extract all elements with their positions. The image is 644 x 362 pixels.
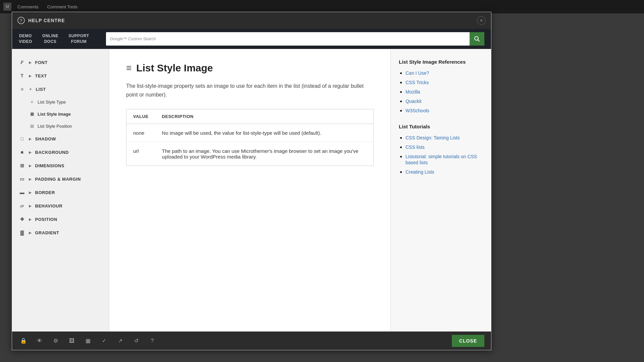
tutorials-list: CSS Design: Taming Lists CSS lists Listu… [399, 135, 483, 175]
list-position-icon: ▤ [29, 123, 35, 129]
bottom-tools-group: 🔒 👁 ⚙ 🖼 ▦ ✓ ↗ ↺ ? [19, 336, 157, 346]
references-panel: List Style Image References Can I Use? C… [390, 49, 491, 331]
tool-grid[interactable]: ▦ [83, 336, 93, 346]
modal-title: HELP CENTRE [28, 18, 65, 23]
tool-lock[interactable]: 🔒 [19, 336, 28, 346]
sidebar-item-position[interactable]: ✥ ▶ POSITION [12, 213, 109, 226]
list-type-icon: ≡ [29, 99, 35, 105]
sidebar-gradient-label: GRADIENT [35, 230, 59, 235]
sidebar-item-list[interactable]: ≡ ▼ LIST [12, 82, 109, 96]
tutorial-link-css-lists[interactable]: CSS lists [406, 144, 425, 150]
search-bar: Google™ Custom Search [106, 32, 484, 46]
ref-link-mozilla[interactable]: Mozilla [406, 89, 420, 95]
list-item: Creating Lists [406, 169, 483, 175]
main-content: ≡ List Style Image The list-style-image … [109, 49, 390, 331]
table-cell-value-0: none [126, 124, 155, 142]
sidebar-item-dimensions[interactable]: ⊞ ▶ DIMENSIONS [12, 159, 109, 172]
sidebar-dimensions-label: DIMENSIONS [35, 163, 64, 168]
search-icon [474, 36, 480, 42]
app-logo: M [3, 3, 11, 11]
gradient-icon: ▓ [19, 229, 25, 236]
table-row: url The path to an image. You can use Mi… [126, 142, 374, 166]
tool-history[interactable]: ↺ [131, 336, 141, 346]
border-arrow: ▶ [29, 191, 32, 194]
sidebar-list-style-position[interactable]: ▤ List Style Position [29, 120, 109, 132]
modal-header: ? HELP CENTRE × [12, 12, 491, 29]
sidebar-padding-label: PADDING & MARGIN [35, 177, 81, 182]
gradient-arrow: ▶ [29, 231, 32, 235]
nav-online-docs[interactable]: ONLINE DOCS [42, 33, 58, 45]
position-icon: ✥ [19, 216, 25, 223]
tool-settings[interactable]: ⚙ [51, 336, 60, 346]
ref-link-quackit[interactable]: Quackit [406, 99, 421, 104]
nav-demo-video[interactable]: DEMO VIDEO [19, 33, 32, 45]
svg-line-1 [478, 40, 480, 42]
sidebar-item-shadow[interactable]: □ ▶ SHADOW [12, 132, 109, 145]
list-item: Listutorial: simple tutorials on CSS bas… [406, 154, 483, 166]
background-arrow: ▶ [29, 150, 32, 154]
sidebar: 𝐹 ▶ FONT T ▶ TEXT ≡ ▼ LIST ≡ List Style … [12, 49, 109, 331]
close-button[interactable]: CLOSE [452, 335, 484, 347]
list-style-type-label: List Style Type [38, 100, 66, 105]
search-button[interactable] [470, 32, 484, 46]
reference-table: VALUE DESCRIPTION none No image will be … [126, 109, 374, 166]
list-icon: ≡ [19, 86, 25, 93]
ref-link-can-i-use[interactable]: Can I Use? [406, 70, 429, 76]
sidebar-item-font[interactable]: 𝐹 ▶ FONT [12, 56, 109, 69]
help-icon: ? [17, 17, 25, 24]
app-bar-comment-tools[interactable]: Comment Tools [45, 3, 80, 11]
ref-link-css-tricks[interactable]: CSS Tricks [406, 80, 429, 85]
background-icon: ■ [19, 149, 25, 156]
sidebar-item-behaviour[interactable]: ▱ ▶ BEHAVIOUR [12, 199, 109, 213]
list-item: Quackit [406, 98, 483, 104]
shadow-icon: □ [19, 135, 25, 142]
tutorial-link-listutorial[interactable]: Listutorial: simple tutorials on CSS bas… [406, 154, 477, 165]
table-cell-desc-1: The path to an image. You can use Microt… [155, 142, 374, 166]
sidebar-item-border[interactable]: ▬ ▶ BORDER [12, 186, 109, 199]
list-image-icon: ▦ [29, 111, 35, 117]
sidebar-item-background[interactable]: ■ ▶ BACKGROUND [12, 145, 109, 159]
position-arrow: ▶ [29, 218, 32, 221]
app-bar-comments[interactable]: Comments [15, 3, 41, 11]
tutorial-link-creating-lists[interactable]: Creating Lists [406, 169, 434, 175]
ref-link-w3schools[interactable]: W3Schools [406, 108, 429, 113]
tool-help[interactable]: ? [148, 336, 157, 346]
table-row: none No image will be used, the value fo… [126, 124, 374, 142]
list-style-image-label: List Style Image [38, 112, 71, 117]
sidebar-border-label: BORDER [35, 190, 55, 195]
modal-title-row: ? HELP CENTRE [17, 17, 65, 24]
font-icon: 𝐹 [19, 59, 25, 66]
nav-support-forum[interactable]: SUPPORT FORUM [68, 33, 89, 45]
dimensions-icon: ⊞ [19, 162, 25, 169]
references-list: Can I Use? CSS Tricks Mozilla Quackit W3… [399, 70, 483, 114]
sidebar-list-style-type[interactable]: ≡ List Style Type [29, 96, 109, 108]
padding-arrow: ▶ [29, 177, 32, 181]
table-header-description: DESCRIPTION [155, 109, 374, 124]
list-item: Can I Use? [406, 70, 483, 76]
sidebar-background-label: BACKGROUND [35, 150, 69, 155]
text-icon: T [19, 72, 25, 79]
sidebar-item-gradient[interactable]: ▓ ▶ GRADIENT [12, 226, 109, 239]
tool-check[interactable]: ✓ [99, 336, 109, 346]
nav-bar: DEMO VIDEO ONLINE DOCS SUPPORT FORUM Goo… [12, 29, 491, 49]
list-arrow: ▼ [29, 87, 32, 91]
shadow-arrow: ▶ [29, 137, 32, 141]
sidebar-list-style-image[interactable]: ▦ List Style Image [29, 108, 109, 120]
tool-export[interactable]: ↗ [115, 336, 125, 346]
padding-icon: ▭ [19, 176, 25, 182]
tool-visibility[interactable]: 👁 [35, 336, 44, 346]
text-arrow: ▶ [29, 74, 32, 78]
tutorial-link-taming-lists[interactable]: CSS Design: Taming Lists [406, 135, 460, 140]
app-bar: M Comments Comment Tools [0, 0, 644, 13]
table-header-value: VALUE [126, 109, 155, 124]
tool-image[interactable]: 🖼 [67, 336, 76, 346]
behaviour-arrow: ▶ [29, 204, 32, 208]
sidebar-item-padding-margin[interactable]: ▭ ▶ PADDING & MARGIN [12, 172, 109, 186]
dimensions-arrow: ▶ [29, 164, 32, 168]
sidebar-position-label: POSITION [35, 217, 57, 222]
behaviour-icon: ▱ [19, 202, 25, 209]
sidebar-font-label: FONT [35, 60, 48, 65]
list-item: CSS lists [406, 144, 483, 150]
sidebar-item-text[interactable]: T ▶ TEXT [12, 69, 109, 82]
modal-close-button[interactable]: × [477, 16, 486, 25]
